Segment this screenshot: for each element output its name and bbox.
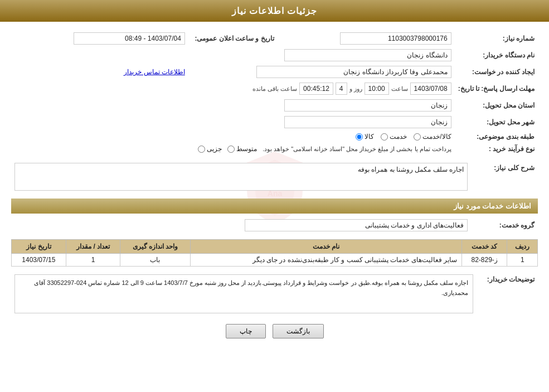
services-section-header: اطلاعات خدمات مورد نیاز bbox=[11, 199, 538, 214]
cell-quantity: 1 bbox=[66, 254, 120, 267]
announce-box: 1403/07/04 - 08:49 bbox=[74, 32, 185, 45]
table-row: 1 ز-829-82 سایر فعالیت‌های خدمات پشتیبان… bbox=[12, 254, 538, 267]
city-label: شهر محل تحویل: bbox=[455, 114, 538, 130]
main-info-table: شماره نیاز: 1103003798000176 تاریخ و ساع… bbox=[11, 30, 538, 155]
col-service-code: کد خدمت bbox=[461, 240, 507, 254]
category-option-kala-khadamat[interactable]: کالا/خدمت bbox=[414, 133, 451, 141]
cell-service-code: ز-829-82 bbox=[461, 254, 507, 267]
cell-date: 1403/07/15 bbox=[12, 254, 66, 267]
purchase-type-note: پرداخت تمام یا بخشی از مبلغ خریداز محل "… bbox=[263, 146, 451, 153]
service-group-label: گروه خدمت: bbox=[471, 217, 538, 234]
contact-link[interactable]: اطلاعات تماس خریدار bbox=[124, 68, 185, 76]
purchase-type-medium[interactable]: متوسط bbox=[227, 145, 257, 153]
cell-service-name: سایر فعالیت‌های خدمات پشتیبانی کسب و کار… bbox=[190, 254, 461, 267]
buyer-org-box: دانشگاه زنجان bbox=[284, 49, 451, 61]
deadline-remaining-box: 00:45:12 bbox=[299, 83, 333, 95]
category-option-khadamat[interactable]: خدمت bbox=[381, 133, 407, 141]
deadline-day-label: روز و bbox=[349, 85, 362, 93]
cell-unit: باب bbox=[120, 254, 190, 267]
service-group-box: فعالیت‌های اداری و خدمات پشتیبانی bbox=[245, 219, 468, 231]
back-button[interactable]: بازگشت bbox=[273, 324, 324, 338]
need-desc-table: شرح کلی نیاز: اجاره سلف مکمل روشنا به هم… bbox=[11, 161, 538, 193]
col-date: تاریخ نیاز bbox=[12, 240, 66, 254]
cell-row-num: 1 bbox=[507, 254, 538, 267]
need-number-box: 1103003798000176 bbox=[340, 32, 451, 45]
province-box: زنجان bbox=[284, 99, 451, 112]
deadline-time-box: 10:00 bbox=[365, 83, 389, 95]
buyer-desc-table: توضیحات خریدار: اجاره سلف مکمل روشنا به … bbox=[11, 272, 538, 316]
col-service-name: نام خدمت bbox=[190, 240, 461, 254]
need-number-label: شماره نیاز: bbox=[455, 30, 538, 47]
service-group-table: گروه خدمت: فعالیت‌های اداری و خدمات پشتی… bbox=[11, 217, 538, 234]
buyer-desc-label: توضیحات خریدار: bbox=[477, 272, 538, 316]
buyer-desc-box: اجاره سلف مکمل روشنا به همراه بوفه.طبق د… bbox=[14, 274, 473, 313]
deadline-date-box: 1403/07/08 bbox=[410, 83, 451, 95]
purchase-type-row: پرداخت تمام یا بخشی از مبلغ خریداز محل "… bbox=[14, 145, 451, 153]
purchase-type-label: نوع فرآیند خرید : bbox=[455, 143, 538, 155]
creator-label: ایجاد کننده در خواست: bbox=[455, 64, 538, 80]
category-label: طبقه بندی موضوعی: bbox=[455, 130, 538, 143]
col-quantity: تعداد / مقدار bbox=[66, 240, 120, 254]
deadline-remaining-label: ساعت باقی مانده bbox=[252, 85, 297, 93]
col-row-num: ردیف bbox=[507, 240, 538, 254]
deadline-row: 1403/07/08 ساعت 10:00 روز و 4 00:4 bbox=[14, 83, 451, 95]
need-desc-label: شرح کلی نیاز: bbox=[471, 161, 538, 193]
city-box: زنجان bbox=[284, 116, 451, 128]
col-unit: واحد اندازه گیری bbox=[120, 240, 190, 254]
need-number-value: 1103003798000176 bbox=[278, 30, 455, 47]
announce-value: 1403/07/04 - 08:49 bbox=[11, 30, 188, 47]
deadline-days-box: 4 bbox=[336, 83, 347, 95]
print-button[interactable]: چاپ bbox=[226, 324, 266, 338]
category-radio-group: کالا/خدمت خدمت کالا bbox=[356, 133, 451, 141]
services-table: ردیف کد خدمت نام خدمت واحد اندازه گیری ت… bbox=[11, 239, 538, 267]
need-desc-box: اجاره سلف مکمل روشنا به همراه بوفه bbox=[14, 163, 468, 191]
buyer-org-label: نام دستگاه خریدار: bbox=[455, 47, 538, 64]
page-header: جزئیات اطلاعات نیاز bbox=[0, 0, 549, 22]
deadline-label: مهلت ارسال پاسخ: تا تاریخ: bbox=[455, 80, 538, 97]
creator-box: محمدعلی وفا کاربرداز دانشگاه زنجان bbox=[256, 66, 451, 78]
purchase-type-small[interactable]: جزیی bbox=[198, 145, 222, 153]
deadline-time-label: ساعت bbox=[391, 85, 408, 93]
page-title: جزئیات اطلاعات نیاز bbox=[232, 6, 318, 16]
action-buttons-row: بازگشت چاپ bbox=[11, 324, 538, 338]
province-label: استان محل تحویل: bbox=[455, 97, 538, 114]
announce-label: تاریخ و ساعت اعلان عمومی: bbox=[188, 30, 278, 47]
category-option-kala[interactable]: کالا bbox=[356, 133, 374, 141]
